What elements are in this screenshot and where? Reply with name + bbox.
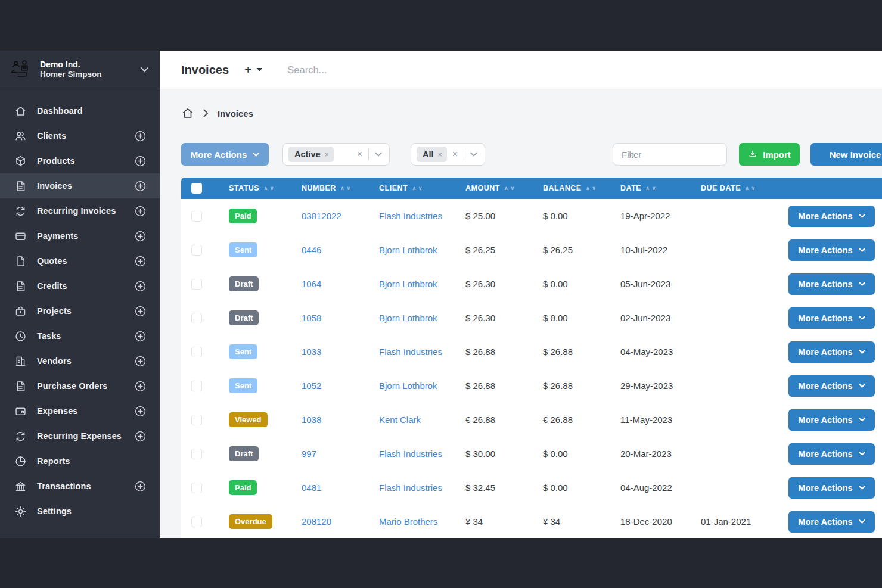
row-more-actions-button[interactable]: More Actions (788, 341, 875, 363)
client-link[interactable]: Flash Industries (369, 449, 456, 459)
invoice-number-link[interactable]: 0446 (292, 245, 369, 255)
row-checkbox[interactable] (191, 279, 202, 290)
row-more-actions-button[interactable]: More Actions (788, 273, 875, 295)
row-more-actions-button[interactable]: More Actions (788, 477, 875, 499)
row-more-actions-label: More Actions (798, 381, 852, 391)
client-link[interactable]: Bjorn Lothbrok (369, 313, 456, 323)
client-link[interactable]: Bjorn Lothbrok (369, 245, 456, 255)
sidebar-item-expenses[interactable]: Expenses (0, 399, 160, 424)
sidebar-item-clients[interactable]: Clients (0, 123, 160, 148)
invoice-number-link[interactable]: 1058 (292, 313, 369, 323)
client-link[interactable]: Flash Industries (369, 483, 456, 493)
client-link[interactable]: Bjorn Lothbrok (369, 279, 456, 289)
row-checkbox[interactable] (191, 415, 202, 425)
row-checkbox[interactable] (191, 517, 202, 527)
plus-circle-icon[interactable] (134, 180, 147, 192)
row-more-actions-button[interactable]: More Actions (788, 443, 875, 465)
sidebar-item-credits[interactable]: Credits (0, 273, 160, 298)
chevron-down-icon[interactable] (470, 152, 477, 157)
row-more-actions-button[interactable]: More Actions (788, 409, 875, 431)
chip-remove-icon[interactable]: × (325, 151, 330, 158)
column-header-date[interactable]: DATE ∧∨ (611, 184, 691, 192)
plus-circle-icon[interactable] (134, 155, 147, 167)
sidebar-item-payments[interactable]: Payments (0, 223, 160, 248)
plus-circle-icon[interactable] (134, 330, 147, 343)
invoice-number-link[interactable]: 997 (292, 449, 369, 459)
invoice-number-link[interactable]: 1064 (292, 279, 369, 289)
invoice-number-link[interactable]: 0481 (292, 483, 369, 493)
row-checkbox[interactable] (191, 449, 202, 459)
plus-circle-icon[interactable] (134, 480, 147, 493)
row-more-actions-button[interactable]: More Actions (788, 239, 875, 261)
invoice-number-link[interactable]: 1033 (292, 347, 369, 357)
sidebar-item-reports[interactable]: Reports (0, 449, 160, 474)
row-more-actions-button[interactable]: More Actions (788, 511, 875, 533)
sidebar-item-settings[interactable]: Settings (0, 499, 160, 524)
plus-circle-icon[interactable] (134, 405, 147, 418)
sidebar-item-tasks[interactable]: Tasks (0, 323, 160, 349)
sidebar-item-recurring-expenses[interactable]: Recurring Expenses (0, 424, 160, 449)
chip-remove-icon[interactable]: × (438, 151, 443, 158)
plus-circle-icon[interactable] (134, 430, 147, 443)
client-link[interactable]: Kent Clark (369, 415, 456, 425)
column-header-status[interactable]: STATUS ∧∨ (219, 184, 292, 192)
sidebar-item-vendors[interactable]: Vendors (0, 349, 160, 374)
invoice-number-link[interactable]: 03812022 (292, 211, 369, 221)
home-icon[interactable] (181, 107, 194, 120)
status-filter-select[interactable]: Active × × (282, 143, 390, 166)
invoice-number-link[interactable]: 1038 (292, 415, 369, 425)
plus-circle-icon[interactable] (134, 230, 147, 242)
sidebar-item-projects[interactable]: Projects (0, 298, 160, 323)
new-invoice-button[interactable]: New Invoice (810, 143, 882, 166)
client-link[interactable]: Flash Industries (369, 211, 456, 221)
filter-input[interactable] (613, 143, 727, 166)
client-link[interactable]: Mario Brothers (369, 517, 456, 527)
sidebar-item-recurring-invoices[interactable]: Recurring Invoices (0, 198, 160, 223)
row-checkbox[interactable] (191, 313, 202, 323)
sidebar-item-quotes[interactable]: Quotes (0, 248, 160, 273)
column-header-amount[interactable]: AMOUNT ∧∨ (456, 184, 533, 192)
invoice-number-link[interactable]: 208120 (292, 517, 369, 527)
plus-circle-icon[interactable] (134, 130, 147, 142)
sidebar-item-purchase-orders[interactable]: Purchase Orders (0, 374, 160, 399)
invoice-number-link[interactable]: 1052 (292, 381, 369, 391)
row-more-actions-button[interactable]: More Actions (788, 206, 875, 227)
row-checkbox[interactable] (191, 347, 202, 357)
row-checkbox[interactable] (191, 483, 202, 493)
clear-filter-icon[interactable]: × (357, 150, 362, 159)
search-input[interactable] (287, 64, 538, 76)
plus-circle-icon[interactable] (134, 305, 147, 318)
client-link[interactable]: Flash Industries (369, 347, 456, 357)
clear-filter-icon[interactable]: × (452, 150, 458, 159)
row-more-actions-button[interactable]: More Actions (788, 307, 875, 329)
sidebar-item-transactions[interactable]: Transactions (0, 474, 160, 499)
company-switcher[interactable]: Demo Ind. Homer Simpson (0, 51, 160, 89)
column-header-due-date[interactable]: DUE DATE ∧∨ (691, 184, 779, 192)
client-link[interactable]: Bjorn Lothbrok (369, 381, 456, 391)
plus-circle-icon[interactable] (134, 205, 147, 217)
chevron-down-icon[interactable] (140, 67, 149, 73)
gear-icon (14, 505, 27, 518)
sidebar-item-dashboard[interactable]: Dashboard (0, 98, 160, 123)
sidebar-item-products[interactable]: Products (0, 148, 160, 173)
plus-circle-icon[interactable] (134, 280, 147, 293)
row-checkbox[interactable] (191, 381, 202, 391)
column-header-client[interactable]: CLIENT ∧∨ (369, 184, 456, 192)
row-checkbox[interactable] (191, 211, 202, 222)
bulk-more-actions-button[interactable]: More Actions (181, 143, 269, 166)
new-entity-plus-button[interactable]: + (244, 63, 251, 77)
sidebar-item-invoices[interactable]: Invoices (0, 173, 160, 198)
type-filter-select[interactable]: All × × (411, 143, 485, 166)
chevron-down-icon[interactable] (375, 152, 382, 157)
column-header-balance[interactable]: BALANCE ∧∨ (533, 184, 611, 192)
row-checkbox[interactable] (191, 245, 202, 256)
plus-circle-icon[interactable] (134, 380, 147, 393)
plus-circle-icon[interactable] (134, 255, 147, 267)
select-all-checkbox[interactable] (191, 183, 202, 194)
row-more-actions-button[interactable]: More Actions (788, 375, 875, 397)
import-button[interactable]: Import (739, 143, 800, 166)
sort-icons: ∧∨ (645, 185, 656, 191)
new-entity-caret-icon[interactable] (257, 68, 262, 71)
column-header-number[interactable]: NUMBER ∧∨ (292, 184, 369, 192)
plus-circle-icon[interactable] (134, 355, 147, 368)
